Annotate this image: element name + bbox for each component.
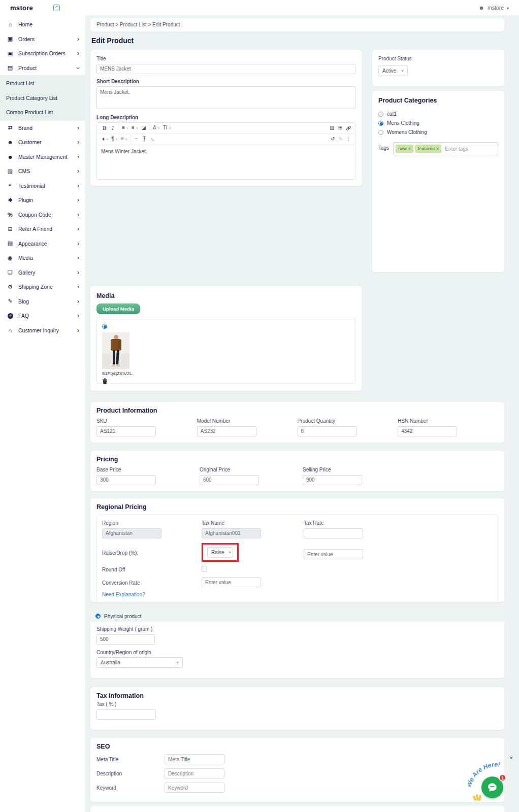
chevron-down-icon bbox=[229, 550, 232, 555]
sidebar-item-product-category-list[interactable]: Product Category List bbox=[0, 91, 85, 106]
fullscreen-icon[interactable]: ↔ bbox=[148, 134, 157, 144]
external-link-icon[interactable] bbox=[53, 5, 60, 11]
redo-icon[interactable]: ↻ bbox=[337, 137, 345, 142]
sidebar-item-shipping-zone[interactable]: ⚙ Shipping Zone bbox=[0, 280, 85, 294]
keyword-input[interactable] bbox=[165, 783, 224, 793]
sidebar-item-blog[interactable]: ✎ Blog bbox=[0, 294, 85, 309]
media-radio-selected-icon[interactable] bbox=[102, 324, 107, 329]
long-description-label: Long Description bbox=[96, 115, 355, 120]
short-description-input[interactable]: Mens Jacket. bbox=[96, 86, 355, 109]
tax-rate-input[interactable] bbox=[304, 528, 363, 538]
origin-select[interactable]: Australia bbox=[96, 657, 183, 668]
pen-icon: ✎ bbox=[6, 298, 14, 304]
category-option-cat1[interactable]: cat1 bbox=[378, 111, 498, 117]
origin-label: Country/Region of origin bbox=[96, 650, 498, 655]
sidebar-item-product-list[interactable]: Product List bbox=[0, 76, 85, 91]
selling-price-input[interactable] bbox=[303, 475, 362, 485]
remove-tag-icon[interactable] bbox=[408, 146, 411, 151]
raise-drop-select[interactable]: Raise bbox=[207, 547, 233, 558]
line-height-icon[interactable]: Ŧ bbox=[141, 137, 149, 142]
tax-name-label: Tax Name bbox=[202, 520, 304, 526]
sidebar-item-refer-a-friend[interactable]: ⊟ Refer A Friend bbox=[0, 222, 85, 236]
sidebar-item-coupon-code[interactable]: % Coupon Code bbox=[0, 208, 85, 222]
align-icon[interactable]: ≡ bbox=[119, 137, 129, 142]
sidebar-item-product[interactable]: ▤ Product bbox=[0, 61, 85, 76]
insert-table-icon[interactable]: ⊞ bbox=[336, 125, 344, 130]
bullet-list-icon[interactable]: ≡ bbox=[120, 125, 130, 130]
font-color-icon[interactable]: A bbox=[151, 125, 161, 130]
seo-card: SEO Meta Title Description Keyword bbox=[90, 738, 504, 802]
link-icon[interactable] bbox=[344, 125, 353, 131]
numbered-list-icon[interactable]: ≡ bbox=[130, 125, 140, 130]
title-input[interactable] bbox=[96, 64, 355, 74]
undo-icon[interactable]: ↺ bbox=[329, 137, 337, 142]
model-number-input[interactable] bbox=[197, 426, 256, 436]
keyword-label: Keyword bbox=[96, 785, 165, 791]
breadcrumb[interactable]: Product > Product List > Edit Product bbox=[90, 18, 504, 31]
sidebar-item-customer-inquiry[interactable]: ∩ Customer Inquiry bbox=[0, 323, 85, 338]
need-explanation-link[interactable]: Need Explanation? bbox=[102, 592, 145, 597]
sidebar-item-brand[interactable]: ⇄ Brand bbox=[0, 121, 85, 136]
category-option-womens-clothing[interactable]: Womens Clothing bbox=[378, 129, 498, 135]
original-price-input[interactable] bbox=[200, 475, 259, 485]
eraser-icon[interactable]: ◪ bbox=[140, 125, 148, 130]
remove-tag-icon[interactable] bbox=[436, 146, 439, 151]
sidebar-item-plugin[interactable]: ✱ Plugin bbox=[0, 193, 85, 208]
product-categories-card: Product Categories cat1 Mens Clothing Wo… bbox=[372, 91, 504, 272]
hsn-number-input[interactable] bbox=[398, 426, 457, 436]
product-categories-title: Product Categories bbox=[378, 97, 498, 104]
regional-pricing-box: Region Tax Name Tax Rate Raise/Drop (%): bbox=[96, 515, 498, 604]
meta-description-input[interactable] bbox=[165, 768, 224, 779]
paragraph-icon[interactable]: ¶ bbox=[110, 137, 119, 142]
raise-drop-value-input[interactable] bbox=[304, 549, 363, 559]
tags-input[interactable]: new featured Enter tags bbox=[393, 142, 498, 155]
radio-icon[interactable] bbox=[378, 130, 383, 135]
sidebar-item-master-management[interactable]: ☻ Master Management bbox=[0, 150, 85, 164]
sidebar-item-orders[interactable]: ▣ Orders bbox=[0, 32, 85, 47]
shipping-weight-input[interactable] bbox=[96, 634, 155, 645]
media-filename: 51FtyqZmVzL._ bbox=[102, 370, 134, 376]
tag-chip: featured bbox=[415, 145, 441, 153]
product-quantity-input[interactable] bbox=[298, 426, 357, 436]
paint-drop-icon[interactable]: ♦ bbox=[101, 137, 110, 142]
conversion-rate-input[interactable] bbox=[202, 577, 261, 587]
more-options-icon[interactable]: ⋮ bbox=[345, 137, 353, 142]
user-menu[interactable]: mstore bbox=[478, 5, 509, 11]
round-off-checkbox[interactable] bbox=[202, 566, 207, 571]
sidebar-item-appearance[interactable]: ▧ Appearance bbox=[0, 236, 85, 251]
product-image-thumbnail[interactable] bbox=[102, 332, 129, 369]
long-description-input[interactable]: Mens Winter Jacket. bbox=[97, 145, 355, 179]
brand-logo[interactable]: mstore bbox=[10, 4, 33, 12]
insert-image-icon[interactable]: ▨ bbox=[328, 125, 336, 130]
font-size-icon[interactable]: TI bbox=[161, 125, 173, 130]
sku-input[interactable] bbox=[96, 426, 156, 436]
base-price-input[interactable] bbox=[96, 475, 156, 485]
radio-selected-icon[interactable] bbox=[378, 121, 383, 126]
sidebar-item-media[interactable]: ◉ Media bbox=[0, 251, 85, 265]
chevron-right-icon bbox=[77, 298, 79, 304]
sidebar-item-customer[interactable]: ☻ Customer bbox=[0, 135, 85, 150]
physical-product-radio-icon[interactable] bbox=[95, 614, 101, 619]
sidebar-item-cms[interactable]: ▥ CMS bbox=[0, 164, 85, 179]
sidebar-item-home[interactable]: ⌂ Home bbox=[0, 17, 85, 32]
category-option-mens-clothing[interactable]: Mens Clothing bbox=[378, 120, 498, 126]
tax-percent-input[interactable] bbox=[96, 709, 156, 720]
horizontal-rule-icon[interactable]: − bbox=[133, 137, 141, 142]
sidebar-item-gallery[interactable]: ❏ Gallery bbox=[0, 265, 85, 280]
bold-icon[interactable]: B bbox=[101, 125, 109, 131]
sidebar-item-subscription-orders[interactable]: ▣ Subscription Orders bbox=[0, 46, 85, 61]
meta-title-input[interactable] bbox=[165, 754, 224, 764]
person-gear-icon: ☻ bbox=[6, 154, 14, 160]
upload-media-button[interactable]: Upload Media bbox=[96, 303, 140, 314]
sidebar-item-faq[interactable]: ? FAQ bbox=[0, 309, 85, 323]
bag-icon: ▣ bbox=[6, 50, 14, 57]
trash-icon[interactable] bbox=[102, 377, 108, 386]
product-status-label: Product Status bbox=[378, 56, 498, 61]
italic-icon[interactable]: I bbox=[109, 125, 117, 131]
chevron-right-icon bbox=[77, 226, 79, 232]
radio-icon[interactable] bbox=[378, 112, 383, 117]
product-status-select[interactable]: Active bbox=[378, 65, 408, 76]
disc-icon: ◉ bbox=[6, 255, 14, 261]
sidebar-item-testimonial[interactable]: “ Testimonial bbox=[0, 179, 85, 193]
sidebar-item-combo-product-list[interactable]: Combo Product List bbox=[0, 105, 85, 120]
